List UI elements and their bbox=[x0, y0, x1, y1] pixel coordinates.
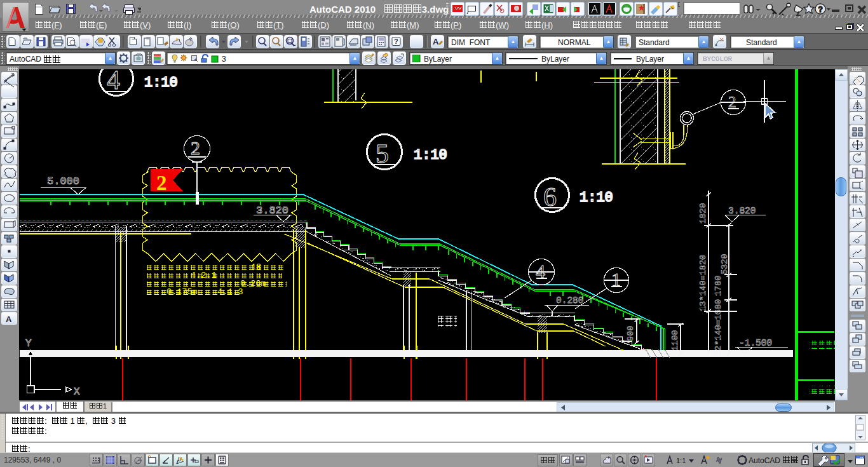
svg-text:0.280: 0.280 bbox=[556, 295, 584, 306]
svg-text:1:1: 1:1 bbox=[676, 457, 686, 464]
svg-text:?: ? bbox=[818, 5, 823, 14]
svg-text:3.820: 3.820 bbox=[728, 206, 756, 216]
svg-text:3: 3 bbox=[222, 55, 226, 64]
svg-text:1:10: 1:10 bbox=[144, 75, 178, 91]
svg-text:1820: 1820 bbox=[698, 203, 708, 224]
svg-text:0.26m: 0.26m bbox=[240, 279, 266, 288]
svg-text:6: 6 bbox=[543, 182, 557, 212]
svg-text:4.2.1: 4.2.1 bbox=[191, 271, 217, 280]
svg-text:4: 4 bbox=[107, 69, 120, 95]
svg-text:13*140=1820: 13*140=1820 bbox=[698, 255, 708, 311]
svg-text:900: 900 bbox=[626, 326, 635, 341]
svg-text:-1.500: -1.500 bbox=[739, 338, 772, 348]
svg-text:1:10: 1:10 bbox=[580, 190, 613, 206]
svg-text:0.175m: 0.175m bbox=[166, 287, 198, 297]
svg-text:5320: 5320 bbox=[720, 254, 729, 274]
svg-text:1780: 1780 bbox=[714, 276, 723, 296]
svg-text:Y: Y bbox=[25, 338, 32, 349]
svg-text:18: 18 bbox=[251, 262, 261, 272]
svg-text:4.1.3: 4.1.3 bbox=[217, 287, 243, 297]
svg-text:5.000: 5.000 bbox=[47, 175, 79, 187]
svg-text:2: 2 bbox=[156, 172, 167, 194]
svg-text:A: A bbox=[6, 315, 12, 324]
svg-text:12*140=1680: 12*140=1680 bbox=[714, 299, 723, 356]
svg-text:?: ? bbox=[394, 37, 398, 45]
svg-text:5: 5 bbox=[376, 139, 389, 168]
svg-text:2: 2 bbox=[191, 137, 200, 158]
svg-text:1100: 1100 bbox=[670, 330, 680, 351]
svg-text:X: X bbox=[74, 386, 80, 398]
svg-text:A: A bbox=[433, 37, 439, 46]
svg-text:1:10: 1:10 bbox=[414, 147, 447, 163]
